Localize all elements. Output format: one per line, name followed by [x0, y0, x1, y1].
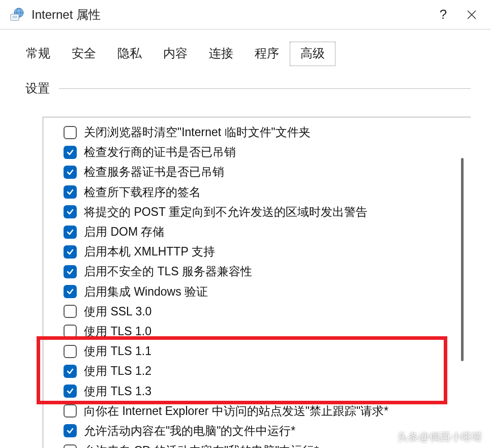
checkbox[interactable] — [64, 245, 77, 259]
setting-label: 使用 TLS 1.0 — [84, 324, 151, 339]
setting-item: 使用 TLS 1.3 — [43, 381, 471, 401]
setting-item: 启用不安全的 TLS 服务器兼容性 — [43, 262, 471, 281]
tab-strip: 常规 安全 隐私 内容 连接 程序 高级 — [0, 29, 491, 66]
checkbox[interactable] — [64, 345, 77, 358]
setting-label: 关闭浏览器时清空"Internet 临时文件"文件夹 — [84, 124, 311, 140]
setting-label: 启用集成 Windows 验证 — [84, 284, 208, 300]
internet-options-icon — [9, 7, 25, 23]
setting-item: 启用 DOM 存储 — [43, 222, 471, 242]
settings-section: 设置 关闭浏览器时清空"Internet 临时文件"文件夹 检查发行商的证书是否… — [0, 66, 491, 448]
setting-label: 使用 SSL 3.0 — [84, 304, 151, 319]
scrollbar-thumb[interactable] — [461, 158, 464, 361]
window-title: Internet 属性 — [32, 7, 429, 23]
settings-list: 关闭浏览器时清空"Internet 临时文件"文件夹 检查发行商的证书是否已吊销… — [43, 117, 471, 448]
tab-general[interactable]: 常规 — [15, 42, 61, 66]
setting-item: 使用 TLS 1.2 — [43, 361, 471, 381]
setting-label: 使用 TLS 1.1 — [84, 343, 151, 359]
checkbox[interactable] — [64, 166, 77, 179]
tab-connections[interactable]: 连接 — [198, 42, 244, 66]
setting-label: 检查服务器证书是否已吊销 — [84, 164, 224, 180]
tab-programs[interactable]: 程序 — [244, 42, 290, 66]
setting-item: 向你在 Internet Explorer 中访问的站点发送"禁止跟踪"请求* — [43, 401, 471, 421]
setting-item: 将提交的 POST 重定向到不允许发送的区域时发出警告 — [43, 202, 471, 222]
section-divider — [59, 88, 471, 89]
setting-item: 关闭浏览器时清空"Internet 临时文件"文件夹 — [43, 122, 471, 142]
checkbox[interactable] — [64, 146, 77, 159]
section-title: 设置 — [25, 80, 50, 97]
checkbox[interactable] — [64, 205, 77, 218]
setting-item: 使用 TLS 1.0 — [43, 322, 471, 341]
tab-advanced[interactable]: 高级 — [290, 42, 335, 66]
checkbox[interactable] — [64, 404, 77, 418]
setting-label: 允许活动内容在"我的电脑"的文件中运行* — [84, 423, 295, 439]
help-button[interactable]: ? — [429, 2, 457, 27]
checkbox[interactable] — [64, 424, 77, 437]
tab-privacy[interactable]: 隐私 — [107, 42, 152, 66]
setting-label: 检查发行商的证书是否已吊销 — [84, 144, 236, 160]
checkbox[interactable] — [64, 126, 77, 139]
checkbox[interactable] — [64, 265, 77, 278]
checkbox[interactable] — [64, 285, 77, 298]
setting-item: 使用 SSL 3.0 — [43, 302, 471, 322]
tab-content[interactable]: 内容 — [152, 42, 198, 66]
setting-item: 启用集成 Windows 验证 — [43, 282, 471, 302]
tab-security[interactable]: 安全 — [61, 42, 107, 66]
setting-label: 启用本机 XMLHTTP 支持 — [84, 244, 215, 260]
checkbox[interactable] — [64, 305, 77, 318]
setting-label: 将提交的 POST 重定向到不允许发送的区域时发出警告 — [84, 204, 367, 220]
setting-item: 检查发行商的证书是否已吊销 — [43, 142, 471, 162]
checkbox[interactable] — [64, 185, 77, 199]
checkbox[interactable] — [64, 385, 77, 398]
svg-rect-3 — [11, 14, 19, 20]
watermark-text: 头条@偶西小嗒嗒 — [397, 430, 483, 444]
setting-label: 使用 TLS 1.3 — [84, 383, 151, 399]
setting-label: 允许来自 CD 的活动内容在"我的电脑"中运行* — [84, 443, 319, 448]
setting-label: 启用不安全的 TLS 服务器兼容性 — [84, 264, 252, 279]
setting-item: 检查所下载程序的签名 — [43, 182, 471, 202]
setting-item: 使用 TLS 1.1 — [43, 341, 471, 361]
checkbox[interactable] — [64, 226, 77, 239]
setting-label: 检查所下载程序的签名 — [84, 184, 201, 200]
checkbox[interactable] — [64, 325, 77, 338]
setting-label: 向你在 Internet Explorer 中访问的站点发送"禁止跟踪"请求* — [84, 403, 388, 419]
setting-item: 启用本机 XMLHTTP 支持 — [43, 242, 471, 262]
setting-label: 使用 TLS 1.2 — [84, 363, 151, 379]
titlebar: Internet 属性 ? — [0, 0, 491, 29]
setting-item: 检查服务器证书是否已吊销 — [43, 162, 471, 182]
checkbox[interactable] — [64, 365, 77, 378]
setting-label: 启用 DOM 存储 — [84, 224, 164, 240]
checkbox[interactable] — [64, 444, 77, 448]
close-button[interactable] — [457, 2, 486, 27]
